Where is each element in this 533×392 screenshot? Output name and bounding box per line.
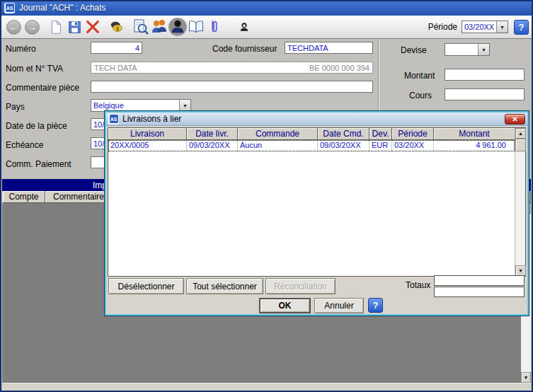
comm-paiement-label: Comm. Paiement [6,159,71,169]
nom-tva-field: TECH DATA BE 0000 000 394 [91,62,373,74]
dialog-title: Livraisons à lier [122,114,501,124]
cours-input[interactable] [445,88,525,100]
cancel-button[interactable]: Annuler [314,298,364,313]
toolbar: ← → $ [0,16,533,39]
dialog-titlebar: AS Livraisons à lier ✕ [106,113,527,126]
main-window: AS Journal "ACH" : Achats ✕ ← → $ [0,0,533,392]
code-fournisseur-input[interactable] [285,42,373,54]
forward-icon[interactable]: → [23,18,41,36]
commentaire-piece-input[interactable] [91,81,373,93]
date-piece-label: Date de la pièce [6,121,67,131]
cell-date-cmd: 09/03/20XX [318,140,369,151]
window-title: Journal "ACH" : Achats [19,3,106,13]
commentaire-piece-label: Commentaire pièce [6,83,79,93]
totaux-label: Totaux [406,280,430,290]
cell-date-livr: 09/03/20XX [187,140,238,151]
nom-value: TECH DATA [94,64,137,72]
cours-label: Cours [409,91,432,100]
cell-dev: EUR [369,140,392,151]
col-date-cmd[interactable]: Date Cmd. [318,128,369,140]
suppliers-icon[interactable] [150,18,168,36]
cell-periode: 03/20XX [392,140,434,151]
periode-label: Période [428,22,457,32]
back-icon[interactable]: ← [4,18,23,36]
col-montant[interactable]: Montant [434,128,515,140]
col-date-livr[interactable]: Date livr. [187,128,238,140]
code-fournisseur-label: Code fournisseur [212,44,277,54]
scrollbar-thumb[interactable] [515,139,526,151]
scroll-down-icon[interactable]: ▼ [515,265,526,276]
pays-label: Pays [6,102,25,112]
montant-label: Montant [404,71,435,81]
print-preview-icon[interactable] [132,18,150,36]
numero-input[interactable] [91,42,142,54]
col-periode[interactable]: Période [392,128,434,140]
reconciliation-button: Réconciliation [265,278,336,294]
chevron-down-icon[interactable]: ▼ [496,21,508,33]
numero-label: Numéro [6,44,36,54]
cell-commande: Aucun [238,140,318,151]
svg-text:$: $ [116,25,119,32]
commentaire-column-header[interactable]: Commentaire [45,191,113,203]
app-logo-icon: AS [4,3,15,13]
livraisons-list: Livraison Date livr. Commande Date Cmd. … [108,127,526,277]
list-vertical-scrollbar[interactable]: ▲ ▼ [515,128,525,276]
col-commande[interactable]: Commande [238,128,318,140]
contact-person-icon[interactable] [235,18,253,36]
deselect-button[interactable]: Désélectionner [108,278,184,294]
scroll-down-icon[interactable]: ▼ [521,372,531,383]
list-header-row: Livraison Date livr. Commande Date Cmd. … [108,128,515,140]
montant-input[interactable] [445,69,525,81]
dialog-help-icon[interactable]: ? [368,298,383,313]
status-bar [2,383,531,391]
pays-combo[interactable]: Belgique ▼ [91,99,191,112]
col-dev[interactable]: Dev. [369,128,392,140]
col-livraison[interactable]: Livraison [108,128,187,140]
payment-coins-icon[interactable]: $ [108,18,126,36]
periode-value: 03/20XX [462,21,496,33]
book-icon[interactable] [187,18,205,36]
chevron-down-icon[interactable]: ▼ [478,44,489,55]
supplier-icon[interactable] [168,18,187,36]
ok-button[interactable]: OK [259,298,311,313]
save-icon[interactable] [65,18,84,36]
cell-livraison: 20XX/0005 [108,140,187,151]
tva-value: BE 0000 000 394 [309,64,369,72]
select-all-button[interactable]: Tout sélectionner [186,278,263,294]
echeance-label: Echéance [6,140,43,150]
livraisons-dialog: AS Livraisons à lier ✕ Livraison Date li… [105,111,529,316]
devise-combo[interactable]: ▼ [445,43,490,56]
totaux-input-1[interactable] [434,275,525,286]
attachment-paperclip-icon[interactable] [205,18,224,36]
cell-montant: 4 961.00 [434,140,515,151]
pays-value: Belgique [91,100,179,111]
compte-column-header[interactable]: Compte [3,191,45,203]
scroll-up-icon[interactable]: ▲ [515,128,526,139]
totaux-input-2[interactable] [434,287,525,297]
devise-value [445,44,478,55]
titlebar: AS Journal "ACH" : Achats [0,0,533,16]
table-row[interactable]: 20XX/0005 09/03/20XX Aucun 09/03/20XX EU… [108,140,515,151]
devise-label: Devise [401,45,427,55]
app-logo-icon: AS [108,114,119,125]
periode-combo[interactable]: 03/20XX ▼ [462,21,508,33]
help-icon[interactable]: ? [514,20,529,35]
nom-tva-label: Nom et N° TVA [6,64,63,74]
chevron-down-icon[interactable]: ▼ [179,100,190,111]
dialog-close-icon[interactable]: ✕ [505,114,525,125]
new-document-icon[interactable] [47,18,65,36]
delete-icon[interactable] [84,18,102,36]
